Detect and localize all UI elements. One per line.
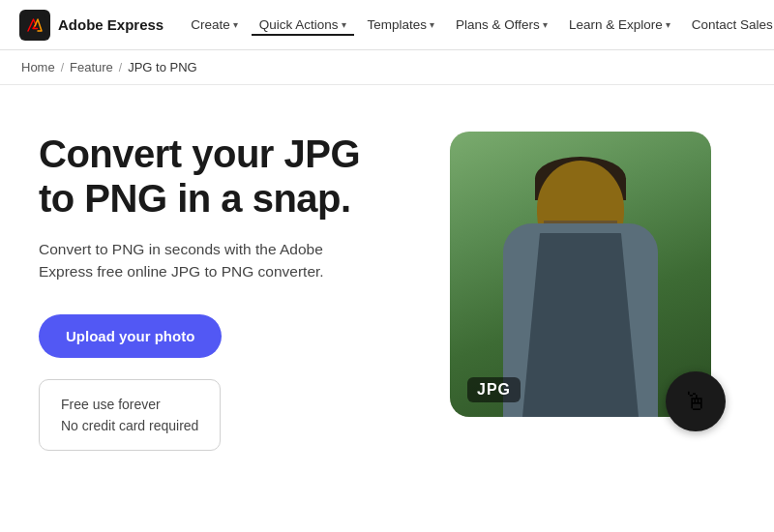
photo-background: [450, 132, 711, 417]
chevron-down-icon: ▾: [543, 19, 548, 30]
person-apron: [522, 233, 639, 417]
breadcrumb-separator: /: [61, 61, 64, 74]
nav-item-plans-offers[interactable]: Plans & Offers ▾: [448, 14, 555, 36]
convert-badge: 🖱: [666, 371, 726, 431]
main-content: Convert your JPGto PNG in a snap. Conver…: [0, 85, 774, 470]
chevron-down-icon: ▾: [342, 19, 346, 30]
cursor-icon: 🖱: [683, 387, 708, 417]
free-use-line2: No credit card required: [61, 418, 198, 433]
chevron-down-icon: ▾: [233, 19, 238, 30]
free-use-line1: Free use forever: [61, 397, 161, 412]
nav-item-quick-actions[interactable]: Quick Actions ▾: [252, 14, 354, 36]
hero-title: Convert your JPGto PNG in a snap.: [39, 132, 421, 221]
nav-bar: Adobe Express Create ▾ Quick Actions ▾ T…: [0, 0, 774, 50]
logo-area[interactable]: Adobe Express: [19, 10, 164, 41]
upload-button[interactable]: Upload your photo: [39, 314, 222, 358]
chevron-down-icon: ▾: [666, 19, 670, 30]
breadcrumb-home[interactable]: Home: [21, 60, 55, 74]
jpg-badge: JPG: [467, 377, 521, 402]
nav-item-create[interactable]: Create ▾: [183, 14, 246, 36]
breadcrumb: Home / Feature / JPG to PNG: [0, 50, 774, 85]
free-use-box: Free use forever No credit card required: [39, 379, 221, 452]
nav-item-learn-explore[interactable]: Learn & Explore ▾: [561, 14, 678, 36]
left-column: Convert your JPGto PNG in a snap. Conver…: [39, 132, 450, 451]
adobe-logo-icon: [19, 10, 50, 41]
chevron-down-icon: ▾: [430, 19, 434, 30]
photo-frame: JPG: [450, 132, 711, 417]
hero-subtitle: Convert to PNG in seconds with the Adobe…: [39, 238, 339, 283]
breadcrumb-feature[interactable]: Feature: [70, 60, 113, 74]
breadcrumb-separator: /: [119, 61, 122, 74]
breadcrumb-current: JPG to PNG: [128, 60, 197, 74]
right-column: JPG 🖱: [450, 132, 735, 431]
nav-item-templates[interactable]: Templates ▾: [360, 14, 443, 36]
nav-item-contact-sales[interactable]: Contact Sales ▾: [684, 14, 774, 36]
brand-name: Adobe Express: [58, 16, 164, 33]
